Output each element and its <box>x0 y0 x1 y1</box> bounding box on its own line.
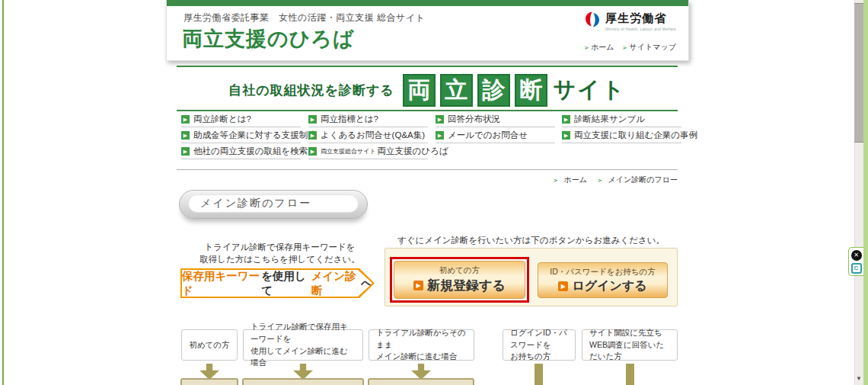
nav-column-2: ▶ 両立指標とは? ▶ よくあるお問合せ(Q&A集) ▶ 両立支援総合サイト 両… <box>308 114 428 162</box>
chevron-icon: ＞ <box>553 177 559 184</box>
nav-link-what-is-ryoritsu-shindan[interactable]: ▶ 両立診断とは? <box>181 114 301 127</box>
flow-box-text: ログインID・パスワードを <box>510 327 568 351</box>
flow-box-web-survey: サイト開設に先立ち WEB調査に回答いただいた方 <box>582 329 678 361</box>
down-arrow-icon <box>411 364 431 380</box>
flow-box-text: 初めての方 <box>189 339 229 351</box>
flow-next-step-box-partial <box>180 378 238 385</box>
arrow-square-icon: ▶ <box>181 147 190 156</box>
section-heading-ribbon: メイン診断のフロー <box>179 190 368 219</box>
chevron-icon: ＞ <box>622 43 628 52</box>
site-tagline: 厚生労働省委託事業 女性の活躍・両立支援 総合サイト <box>183 11 425 24</box>
banner-square-1: 両 <box>403 74 436 107</box>
nav-link-label: 診断結果サンプル <box>574 114 645 125</box>
keyword-to-main-diagnosis-button[interactable]: 保存用キーワードを使用してメイン診断へ <box>180 268 375 298</box>
arrow-square-icon: ▶ <box>436 131 444 140</box>
site-title-link[interactable]: 両立支援のひろば <box>182 25 355 53</box>
nav-link-answer-distribution[interactable]: ▶ 回答分布状況 <box>436 114 555 127</box>
close-icon[interactable]: ✕ <box>851 250 862 261</box>
header-link-sitemap[interactable]: ＞ サイトマップ <box>622 42 676 53</box>
trial-note-line2: 取得した方はこちらを押してください。 <box>187 253 373 265</box>
nav-link-label: 両立支援に取り組む企業の事例 <box>574 130 697 141</box>
chevron-icon: ＞ <box>583 43 589 52</box>
flow-box-text: WEB調査に回答いただいた方 <box>589 339 670 364</box>
nav-link-label: 両立支援のひろば <box>378 146 448 157</box>
flow-box-text: トライアル診断からそのまま <box>376 327 467 351</box>
nav-link-label: 回答分布状況 <box>448 114 500 125</box>
nav-column-1: ▶ 両立診断とは? ▶ 助成金等企業に対する支援制度 ▶ 他社の両立支援の取組を… <box>181 114 301 162</box>
register-button[interactable]: 初めての方 ▶ 新規登録する <box>390 257 529 303</box>
nav-link-email-contact[interactable]: ▶ メールでのお問合せ <box>436 130 555 143</box>
mhlw-logo-icon <box>582 10 602 33</box>
arrow-square-icon: ▶ <box>562 131 570 140</box>
banner-lead-text: 自社の取組状況を診断する <box>228 82 394 99</box>
nav-link-label: 両立診断とは? <box>193 114 251 125</box>
breadcrumb-divider <box>177 169 678 170</box>
diagnosis-banner: 自社の取組状況を診断する 両 立 診 断 サイト <box>177 72 678 108</box>
arrow-square-icon: ▶ <box>308 147 317 156</box>
breadcrumb-home[interactable]: ホーム <box>564 175 587 184</box>
nav-link-company-cases[interactable]: ▶ 両立支援に取り組む企業の事例 <box>562 130 681 143</box>
flow-box-has-login-id: ログインID・パスワードを お持ちの方 <box>503 329 576 361</box>
section-heading-label: メイン診断のフロー <box>188 194 359 213</box>
down-arrow-icon <box>199 364 219 380</box>
keyword-button-text-orange2: メイン診断 <box>311 269 361 298</box>
register-button-small-label: 初めての方 <box>439 265 480 276</box>
site-header: 厚生労働省委託事業 女性の活躍・両立支援 総合サイト 両立支援のひろば 厚生労働… <box>166 0 689 61</box>
right-edge-green-strip <box>863 0 868 385</box>
flow-box-trial-keyword: トライアル診断で保存用キーワードを 使用してメイン診断に進む場合 <box>243 329 363 361</box>
login-button[interactable]: ID・パスワードをお持ちの方 ▶ ログインする <box>538 262 668 298</box>
nav-link-label: 他社の両立支援の取組を検索 <box>193 146 308 157</box>
arrow-square-icon: ▶ <box>413 281 423 290</box>
nav-link-search-other-companies[interactable]: ▶ 他社の両立支援の取組を検索 <box>181 146 301 159</box>
mhlw-logo-link[interactable]: 厚生労働省 Ministry of Health, Labour and Wel… <box>582 10 676 33</box>
page: 厚生労働省委託事業 女性の活躍・両立支援 総合サイト 両立支援のひろば 厚生労働… <box>0 0 868 385</box>
login-button-small-label: ID・パスワードをお持ちの方 <box>550 267 655 278</box>
main-diagnosis-note: すぐにメイン診断を行いたい方は下のボタンからお進みください。 <box>385 235 678 246</box>
trial-note-line1: トライアル診断で保存用キーワードを <box>187 241 373 253</box>
keyword-button-text-dark1: を使用して <box>261 269 311 298</box>
header-green-bar <box>167 0 688 6</box>
arrow-square-icon: ▶ <box>308 131 317 140</box>
scrollbar-thumb[interactable] <box>854 3 863 143</box>
scrollbar-down-arrow[interactable]: ▼ <box>854 374 864 384</box>
keyword-button-text-dark2: へ <box>361 276 372 290</box>
nav-link-what-is-ryoritsu-shihyo[interactable]: ▶ 両立指標とは? <box>308 114 428 127</box>
flow-box-trial-direct: トライアル診断からそのまま メイン診断に進む場合 <box>369 329 474 361</box>
flow-box-first-time: 初めての方 <box>181 329 238 361</box>
flow-box-text: トライアル診断で保存用キーワードを <box>251 321 356 345</box>
nav-link-label: 両立指標とは? <box>321 114 378 125</box>
nav-link-hiroba-portal[interactable]: ▶ 両立支援総合サイト 両立支援のひろば <box>308 146 428 159</box>
mhlw-logo-name: 厚生労働省 <box>605 11 676 26</box>
arrow-square-icon: ▶ <box>436 115 444 124</box>
header-utility-links: ＞ ホーム ＞ サイトマップ <box>583 42 676 53</box>
arrow-square-icon: ▶ <box>562 115 570 124</box>
banner-square-3: 診 <box>477 74 510 107</box>
arrow-square-icon: ▶ <box>558 281 568 291</box>
header-link-home-label: ホーム <box>591 42 614 53</box>
header-link-home[interactable]: ＞ ホーム <box>583 42 614 53</box>
mhlw-logo-block: 厚生労働省 Ministry of Health, Labour and Wel… <box>582 10 676 33</box>
flow-next-step-box-partial <box>368 378 474 385</box>
floating-widget: ✕ C <box>848 247 863 276</box>
nav-column-3: ▶ 回答分布状況 ▶ メールでのお問合せ <box>436 114 555 146</box>
mhlw-logo-english: Ministry of Health, Labour and Welfare <box>605 27 676 31</box>
nav-link-subsidy-support[interactable]: ▶ 助成金等企業に対する支援制度 <box>181 130 301 143</box>
nav-link-result-sample[interactable]: ▶ 診断結果サンプル <box>562 114 681 127</box>
nav-link-label: よくあるお問合せ(Q&A集) <box>321 130 425 141</box>
widget-c-icon[interactable]: C <box>851 263 862 274</box>
flow-connector-line <box>535 364 543 385</box>
nav-link-label: 助成金等企業に対する支援制度 <box>193 130 317 141</box>
header-link-sitemap-label: サイトマップ <box>630 42 676 53</box>
breadcrumb: ＞ ホーム ＞ メイン診断のフロー <box>177 175 678 185</box>
arrow-square-icon: ▶ <box>308 115 317 124</box>
left-edge-line <box>2 0 4 385</box>
flow-next-step-box-partial <box>242 378 364 385</box>
flow-connector-line <box>626 364 634 385</box>
divider-green-bottom <box>177 110 678 111</box>
flow-box-text: お持ちの方 <box>510 351 550 363</box>
trial-keyword-note: トライアル診断で保存用キーワードを 取得した方はこちらを押してください。 <box>187 241 373 265</box>
banner-square-2: 立 <box>440 74 473 107</box>
banner-suffix-text: サイト <box>554 75 626 105</box>
nav-link-label-small: 両立支援総合サイト <box>321 147 376 156</box>
nav-link-faq[interactable]: ▶ よくあるお問合せ(Q&A集) <box>308 130 428 143</box>
